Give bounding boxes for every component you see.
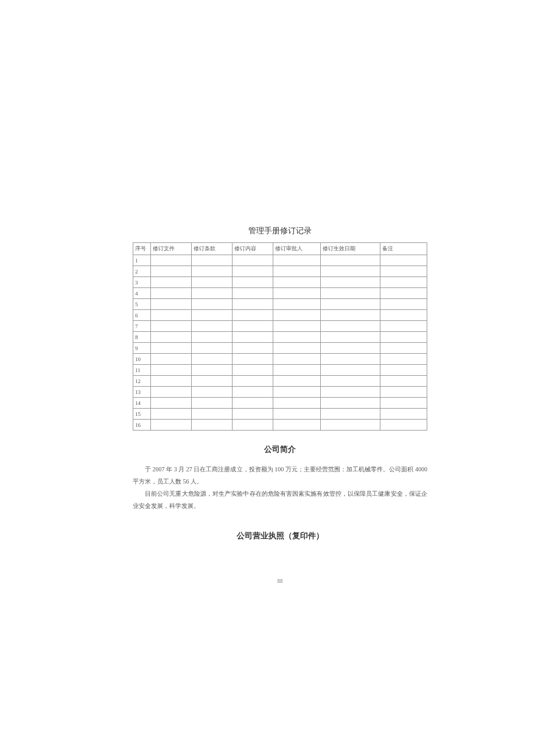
cell bbox=[273, 365, 320, 376]
table-row: 11 bbox=[133, 365, 427, 376]
intro-paragraph-2: 目前公司无重大危险源，对生产实验中存在的危险有害因素实施有效管控，以保障员工健康… bbox=[133, 488, 427, 512]
cell-seq: 4 bbox=[133, 288, 151, 299]
cell bbox=[150, 255, 191, 266]
cell bbox=[380, 420, 427, 431]
cell bbox=[273, 255, 320, 266]
cell bbox=[320, 321, 380, 332]
cell bbox=[320, 387, 380, 398]
cell bbox=[191, 288, 232, 299]
cell bbox=[380, 376, 427, 387]
cell bbox=[320, 277, 380, 288]
cell bbox=[273, 376, 320, 387]
table-row: 14 bbox=[133, 398, 427, 409]
cell bbox=[320, 332, 380, 343]
table-row: 5 bbox=[133, 299, 427, 310]
cell bbox=[320, 420, 380, 431]
cell bbox=[380, 310, 427, 321]
intro-paragraph-1: 于 2007 年 3 月 27 日在工商注册成立，投资额为 100 万元；主要经… bbox=[133, 463, 427, 488]
cell bbox=[150, 420, 191, 431]
cell bbox=[273, 299, 320, 310]
cell bbox=[150, 299, 191, 310]
table-header-row: 序号 修订文件 修订条款 修订内容 修订审批人 修订生效日期 备注 bbox=[133, 243, 427, 255]
table-row: 1 bbox=[133, 255, 427, 266]
cell bbox=[233, 376, 273, 387]
cell bbox=[191, 343, 232, 354]
cell bbox=[273, 277, 320, 288]
cell bbox=[191, 332, 232, 343]
cell bbox=[320, 343, 380, 354]
cell bbox=[191, 365, 232, 376]
cell-seq: 6 bbox=[133, 310, 151, 321]
cell-seq: 11 bbox=[133, 365, 151, 376]
cell bbox=[320, 398, 380, 409]
cell bbox=[150, 343, 191, 354]
header-remark: 备注 bbox=[380, 243, 427, 255]
table-row: 3 bbox=[133, 277, 427, 288]
cell-seq: 10 bbox=[133, 354, 151, 365]
header-date: 修订生效日期 bbox=[320, 243, 380, 255]
cell bbox=[273, 343, 320, 354]
cell bbox=[191, 255, 232, 266]
cell bbox=[380, 354, 427, 365]
cell bbox=[150, 332, 191, 343]
cell bbox=[233, 277, 273, 288]
page-content: 管理手册修订记录 序号 修订文件 修订条款 修订内容 修订审批人 修订生效日期 … bbox=[0, 225, 560, 541]
cell-seq: 16 bbox=[133, 420, 151, 431]
cell bbox=[380, 387, 427, 398]
cell bbox=[380, 266, 427, 277]
cell bbox=[273, 310, 320, 321]
cell bbox=[273, 332, 320, 343]
cell bbox=[191, 266, 232, 277]
cell bbox=[191, 277, 232, 288]
table-row: 6 bbox=[133, 310, 427, 321]
cell bbox=[320, 299, 380, 310]
cell-seq: 5 bbox=[133, 299, 151, 310]
cell-seq: 3 bbox=[133, 277, 151, 288]
table-row: 15 bbox=[133, 409, 427, 420]
cell bbox=[191, 299, 232, 310]
cell bbox=[380, 255, 427, 266]
cell bbox=[191, 376, 232, 387]
cell-seq: 12 bbox=[133, 376, 151, 387]
table-row: 4 bbox=[133, 288, 427, 299]
cell bbox=[150, 409, 191, 420]
cell bbox=[150, 376, 191, 387]
cell bbox=[380, 321, 427, 332]
header-approver: 修订审批人 bbox=[273, 243, 320, 255]
revision-table: 序号 修订文件 修订条款 修订内容 修订审批人 修订生效日期 备注 1 2 3 … bbox=[133, 242, 427, 431]
cell bbox=[191, 420, 232, 431]
cell bbox=[233, 321, 273, 332]
cell bbox=[191, 354, 232, 365]
cell bbox=[273, 266, 320, 277]
table-row: 10 bbox=[133, 354, 427, 365]
header-content: 修订内容 bbox=[233, 243, 273, 255]
cell bbox=[380, 365, 427, 376]
page-number: III bbox=[0, 578, 560, 584]
cell bbox=[150, 277, 191, 288]
cell bbox=[150, 387, 191, 398]
cell bbox=[233, 310, 273, 321]
table-row: 13 bbox=[133, 387, 427, 398]
cell bbox=[380, 277, 427, 288]
cell bbox=[150, 266, 191, 277]
header-file: 修订文件 bbox=[150, 243, 191, 255]
cell bbox=[273, 387, 320, 398]
cell bbox=[273, 321, 320, 332]
cell bbox=[320, 365, 380, 376]
company-intro-title: 公司简介 bbox=[133, 444, 427, 455]
cell-seq: 14 bbox=[133, 398, 151, 409]
cell bbox=[273, 398, 320, 409]
table-row: 8 bbox=[133, 332, 427, 343]
cell bbox=[233, 299, 273, 310]
table-row: 16 bbox=[133, 420, 427, 431]
revision-table-title: 管理手册修订记录 bbox=[248, 225, 312, 236]
cell bbox=[191, 310, 232, 321]
cell bbox=[320, 354, 380, 365]
cell bbox=[273, 354, 320, 365]
cell bbox=[273, 420, 320, 431]
header-seq: 序号 bbox=[133, 243, 151, 255]
cell bbox=[320, 310, 380, 321]
cell bbox=[380, 409, 427, 420]
cell bbox=[233, 255, 273, 266]
cell bbox=[233, 354, 273, 365]
